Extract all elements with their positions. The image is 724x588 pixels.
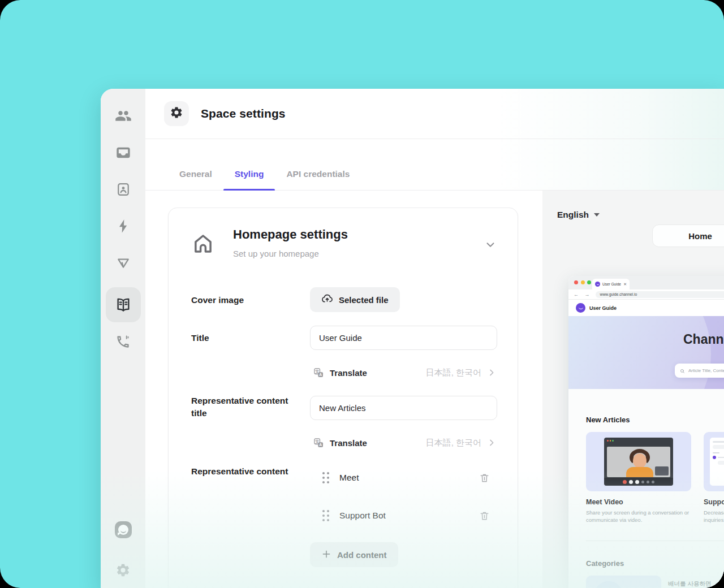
homepage-settings-card: Homepage settings Set up your homepage C… (168, 207, 518, 588)
title-input[interactable] (310, 326, 497, 350)
inbox-icon (115, 145, 131, 161)
search-icon (680, 366, 685, 376)
trash-icon[interactable] (479, 473, 490, 483)
chevron-right-icon (487, 438, 496, 447)
page-title: Space settings (201, 107, 286, 120)
pip-thumbnail (655, 466, 669, 475)
card-subtitle: Set up your homepage (233, 249, 319, 258)
translate-languages: 日本語, 한국어 (426, 438, 481, 448)
sidebar-item-people[interactable] (107, 103, 139, 128)
translate-label: Translate (330, 438, 367, 448)
video-frame (607, 447, 670, 477)
add-content-button[interactable]: Add content (310, 542, 398, 567)
translate-label: Translate (330, 368, 367, 378)
browser-tab-title: User Guide (602, 282, 621, 286)
site-body: New Articles (568, 389, 724, 588)
traffic-lights-icon (574, 280, 591, 284)
search-placeholder: Article Title, Content (688, 368, 724, 373)
sidebar-item-contacts[interactable] (107, 177, 139, 202)
lightning-icon (115, 218, 131, 234)
translate-row-title[interactable]: 文A Translate 日本語, 한국어 (310, 365, 497, 381)
selected-file-button[interactable]: Selected file (310, 287, 400, 312)
home-icon (191, 232, 215, 258)
sidebar (101, 89, 145, 588)
trash-icon[interactable] (479, 511, 490, 521)
content-item-label: Support Bot (339, 511, 386, 521)
sidebar-item-settings[interactable] (107, 557, 139, 582)
traffic-lights-icon (607, 440, 614, 442)
hero-search-box: Article Title, Content (675, 364, 724, 378)
gear-icon (170, 106, 183, 122)
rep-content-title-label: Representative content title (191, 395, 301, 420)
upload-cloud-icon (321, 293, 333, 306)
main-area: Space settings General Styling API crede… (145, 89, 724, 588)
browser-mockup: User Guide ✕ ← → www.guide.channel.io Us… (568, 276, 724, 588)
category-card (586, 576, 661, 588)
video-call-thumbnail (604, 438, 673, 486)
tab-bar: General Styling API credentials (145, 139, 724, 191)
svg-text:A: A (319, 373, 322, 377)
app-window: Space settings General Styling API crede… (101, 89, 724, 588)
tab-styling[interactable]: Styling (223, 169, 275, 190)
article-description-line: inquiries (704, 517, 723, 523)
title-label: Title (191, 332, 301, 344)
section-divider (586, 541, 724, 541)
people-icon (115, 107, 132, 124)
close-icon: ✕ (623, 282, 627, 287)
back-forward-icons: ← → (574, 292, 592, 297)
chevron-down-icon[interactable] (484, 239, 497, 253)
browser-url-bar: ← → www.guide.channel.io (568, 289, 724, 300)
contact-card-icon (115, 181, 131, 197)
hero-title: Channel (683, 332, 724, 347)
book-icon (115, 296, 132, 313)
channel-logo-icon (595, 282, 600, 287)
paper-plane-icon (115, 255, 131, 271)
user-guide-logo-icon (576, 303, 585, 313)
rep-content-title-input[interactable] (310, 396, 497, 420)
page-header: Space settings (145, 89, 724, 139)
preview-tab-home[interactable]: Home (652, 224, 724, 247)
add-content-label: Add content (337, 550, 387, 560)
language-dropdown[interactable]: English (557, 210, 600, 220)
rep-content-label: Representative content (191, 465, 301, 478)
sidebar-item-campaigns[interactable] (107, 250, 139, 275)
sidebar-item-guide[interactable] (106, 287, 141, 322)
settings-pane: Homepage settings Set up your homepage C… (145, 191, 542, 588)
sidebar-item-messenger[interactable] (115, 521, 132, 538)
preview-pane: English Home User Guide ✕ (542, 191, 724, 588)
cover-image-label: Cover image (191, 294, 301, 306)
call-controls (604, 478, 673, 486)
translate-icon: 文A (313, 438, 324, 448)
browser-tab: User Guide ✕ (592, 279, 630, 289)
drag-handle-icon[interactable] (322, 510, 330, 521)
article-title: Meet Video (586, 498, 623, 506)
tab-general[interactable]: General (168, 169, 223, 190)
svg-text:A: A (319, 443, 322, 447)
language-label: English (557, 210, 589, 220)
space-settings-icon-chip (164, 101, 189, 126)
url-field: www.guide.channel.io (596, 291, 724, 298)
drag-handle-icon[interactable] (322, 472, 330, 483)
phone-icon (115, 334, 131, 349)
hero-banner: Channel Article Title, Content (568, 316, 724, 389)
article-card-support-bot (704, 432, 724, 491)
sidebar-item-calls[interactable] (107, 329, 139, 354)
tab-api-credentials[interactable]: API credentials (275, 169, 361, 190)
card-title: Homepage settings (233, 227, 348, 242)
article-description-line: Decrease (704, 509, 724, 516)
screen-backdrop: Space settings General Styling API crede… (0, 0, 724, 588)
article-description: Share your screen during a conversation … (586, 509, 697, 524)
site-header: User Guide (568, 300, 724, 316)
sidebar-item-inbox[interactable] (107, 140, 139, 165)
plus-icon (321, 549, 331, 561)
article-card-meet-video (586, 432, 691, 491)
content-item-label: Meet (339, 473, 359, 483)
chat-ui-thumbnail (710, 438, 724, 486)
content-item-row: Meet (310, 470, 497, 486)
site-name: User Guide (589, 305, 617, 311)
sidebar-item-automation[interactable] (107, 214, 139, 239)
browser-chrome-bar: User Guide ✕ (568, 276, 724, 289)
article-title: Support Bot (704, 498, 724, 506)
chevron-right-icon (487, 368, 496, 377)
translate-row-rep-title[interactable]: 文A Translate 日本語, 한국어 (310, 435, 497, 451)
